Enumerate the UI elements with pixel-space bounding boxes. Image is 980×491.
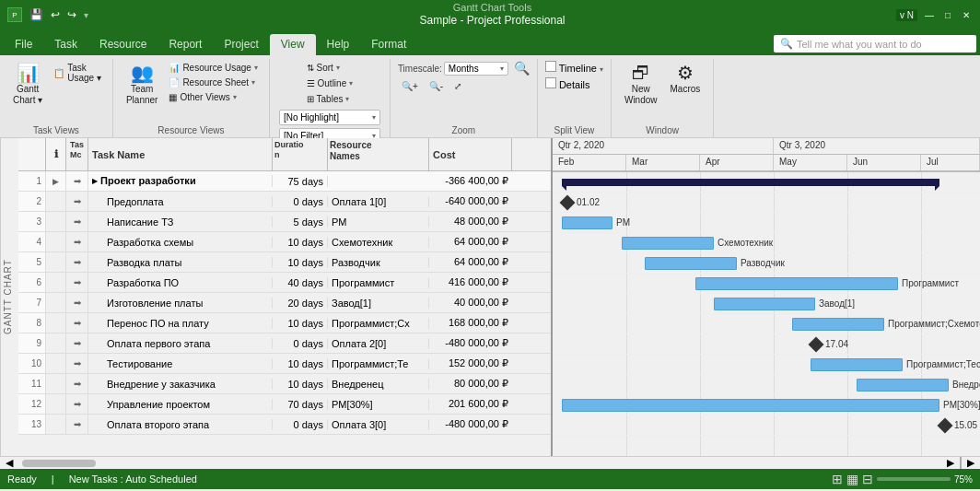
table-row[interactable]: 8 ➡ Перенос ПО на плату 10 days Программ… [18, 313, 551, 333]
resource-sheet-button[interactable]: 📄 Resource Sheet ▾ [165, 76, 261, 89]
table-row[interactable]: 4 ➡ Разработка схемы 10 days Схемотехник… [18, 232, 551, 252]
new-window-icon: 🗗 [632, 64, 650, 82]
quick-access-more[interactable]: ▾ [84, 10, 88, 20]
search-box[interactable]: 🔍 Tell me what you want to do [774, 35, 976, 53]
details-checkbox[interactable]: Details [545, 77, 590, 90]
task-mode-status: | [52, 473, 54, 485]
title-bar-left: P 💾 ↩ ↪ ▾ [7, 7, 88, 22]
task-name-cell: Разработка ПО [88, 277, 273, 288]
view-resource-icon[interactable]: ⊟ [862, 472, 873, 486]
row-number: 3 [18, 212, 46, 231]
gantt-row: PM [553, 213, 980, 233]
close-button[interactable]: ✕ [960, 8, 973, 21]
tab-report[interactable]: Report [158, 34, 213, 55]
gantt-row: Схемотехник [553, 233, 980, 253]
table-row[interactable]: 9 ➡ Оплата первого этапа 0 days Оплата 2… [18, 333, 551, 354]
cost-header[interactable]: Cost [429, 138, 512, 170]
zoom-entire-button[interactable]: ⤢ [450, 79, 465, 93]
highlight-dropdown[interactable]: [No Highlight] ▾ [279, 110, 380, 125]
tables-button[interactable]: ⊞ Tables ▾ [303, 92, 354, 106]
scroll-right[interactable]: ▶ [941, 457, 960, 469]
zoom-icon[interactable]: 🔍 [514, 61, 530, 76]
table-row[interactable]: 6 ➡ Разработка ПО 40 days Программист 41… [18, 273, 551, 293]
task-mode-icon: ➡ [74, 257, 81, 267]
table-row[interactable]: 13 ➡ Оплата второго этапа 0 days Оплата … [18, 415, 551, 435]
table-row[interactable]: 11 ➡ Внедрение у заказчика 10 days Внедр… [18, 374, 551, 394]
task-name-cell: Написание ТЗ [88, 216, 273, 228]
table-row[interactable]: 3 ➡ Написание ТЗ 5 days PM 48 000,00 ₽ [18, 212, 551, 232]
duration-cell: 20 days [273, 298, 328, 309]
zoom-in-button[interactable]: 🔍+ [398, 79, 422, 93]
milestone-marker [809, 337, 824, 353]
ribbon: 📊 GanttChart ▾ 📋 TaskUsage ▾ Task Views … [0, 55, 980, 138]
qtr2-label: Qtr 3, 2020 [774, 138, 980, 154]
task-name-cell: Оплата первого этапа [88, 338, 273, 349]
tab-task[interactable]: Task [43, 34, 88, 55]
row-info [46, 192, 66, 211]
gantt-icon: 📊 [17, 64, 40, 82]
duration-header[interactable]: Duration [273, 138, 328, 170]
milestone-label: 15.05 [954, 420, 977, 430]
redo-button[interactable]: ↪ [67, 8, 76, 21]
cost-cell: 201 600,00 ₽ [429, 398, 512, 410]
task-usage-button[interactable]: 📋 TaskUsage ▾ [50, 61, 105, 85]
sort-button[interactable]: ⇅ Sort ▾ [303, 61, 344, 75]
resource-cell: Схемотехник [328, 237, 429, 248]
scroll-thumb[interactable] [22, 460, 96, 467]
task-bar [622, 237, 714, 250]
task-name-cell: ▸ Проект разработки [88, 175, 273, 187]
outline-button[interactable]: ☰ Outline ▾ [303, 76, 357, 90]
macros-button[interactable]: ⚙ Macros [665, 61, 706, 98]
table-row[interactable]: 12 ➡ Управление проектом 70 days PM[30%]… [18, 394, 551, 415]
scroll-right2[interactable]: ▶ [962, 457, 980, 469]
cost-cell: -480 000,00 ₽ [429, 337, 512, 349]
tab-view[interactable]: View [270, 34, 316, 55]
duration-cell: 70 days [273, 399, 328, 410]
tab-resource[interactable]: Resource [88, 34, 158, 55]
gantt-row: 01.02 [553, 193, 980, 213]
row-mode: ➡ [66, 212, 88, 231]
resource-cell: Оплата 2[0] [328, 338, 429, 349]
resource-usage-button[interactable]: 📊 Resource Usage ▾ [165, 61, 261, 75]
resource-header[interactable]: ResourceNames [328, 138, 429, 170]
task-mode-icon: ➡ [74, 318, 81, 328]
task-mode-header[interactable]: TasMc [66, 138, 88, 170]
resource-cell: PM[30%] [328, 399, 429, 410]
tab-format[interactable]: Format [360, 34, 417, 55]
table-row[interactable]: 7 ➡ Изготовление платы 20 days Завод[1] … [18, 293, 551, 313]
undo-button[interactable]: ↩ [51, 8, 60, 21]
view-gantt-icon[interactable]: ▦ [846, 472, 858, 486]
table-row[interactable]: 10 ➡ Тестирование 10 days Программист;Те… [18, 354, 551, 374]
table-row[interactable]: 5 ➡ Разводка платы 10 days Разводчик 64 … [18, 252, 551, 273]
table-row[interactable]: 2 ➡ Предоплата 0 days Оплата 1[0] -640 0… [18, 192, 551, 212]
other-views-button[interactable]: ▦ Other Views ▾ [165, 90, 261, 104]
gantt-row: Разводчик [553, 253, 980, 274]
duration-cell: 0 days [273, 196, 328, 207]
bar-label: Внедренец [952, 380, 980, 390]
maximize-button[interactable]: □ [941, 8, 954, 21]
gantt-chart-button[interactable]: 📊 GanttChart ▾ [7, 61, 48, 109]
minimize-button[interactable]: — [923, 8, 936, 21]
tab-project[interactable]: Project [213, 34, 269, 55]
horizontal-scrollbar[interactable]: ◀ ▶ ▶ [0, 456, 980, 469]
task-name-cell: Изготовление платы [88, 298, 273, 309]
resource-cell: Внедренец [328, 379, 429, 390]
resource-cell: Программист;Те [328, 358, 429, 369]
view-normal-icon[interactable]: ⊞ [832, 472, 843, 486]
timescale-dropdown[interactable]: Months ▾ [444, 62, 508, 76]
save-icon[interactable]: 💾 [29, 8, 43, 21]
bar-label: Программист [902, 278, 959, 288]
timeline-checkbox[interactable]: Timeline ▾ [545, 61, 603, 74]
task-name-header[interactable]: Task Name [88, 138, 273, 170]
zoom-slider[interactable] [877, 477, 951, 481]
gantt-row: Программист;Тестер [553, 355, 980, 375]
zoom-percent: 75% [954, 474, 973, 485]
table-row[interactable]: 1 ▶ ➡ ▸ Проект разработки 75 days -366 4… [18, 171, 551, 192]
tab-file[interactable]: File [4, 34, 43, 55]
duration-cell: 40 days [273, 277, 328, 288]
new-window-button[interactable]: 🗗 NewWindow [619, 61, 663, 109]
scroll-left[interactable]: ◀ [0, 457, 18, 469]
tab-help[interactable]: Help [316, 34, 361, 55]
zoom-out-button[interactable]: 🔍- [426, 79, 447, 93]
team-planner-button[interactable]: 👥 TeamPlanner [121, 61, 163, 109]
